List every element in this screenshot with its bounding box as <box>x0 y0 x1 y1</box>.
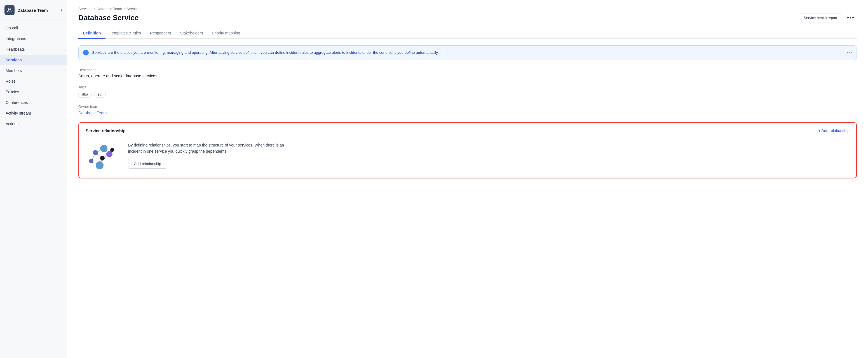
tab-definition[interactable]: Definition <box>79 28 105 39</box>
sidebar: Database Team ▾ On-call Integrations Hea… <box>0 0 67 358</box>
svg-point-15 <box>110 148 114 152</box>
description-section: Description Setup, operate and scale dat… <box>79 68 857 78</box>
network-graph <box>86 139 119 172</box>
sidebar-item-conferences[interactable]: Conferences <box>0 97 67 108</box>
sidebar-item-label: On-call <box>6 26 18 30</box>
svg-point-9 <box>93 150 98 155</box>
sidebar-item-label: Integrations <box>6 36 26 41</box>
service-relationship-box: Service relationship + Add relationship <box>79 122 857 178</box>
svg-point-12 <box>100 156 105 161</box>
more-options-button[interactable]: ••• <box>845 13 857 22</box>
tags-container: dba sql <box>79 91 857 98</box>
sidebar-item-label: Members <box>6 68 22 73</box>
svg-point-14 <box>96 161 103 169</box>
tab-priority-mapping[interactable]: Priority mapping <box>207 28 245 39</box>
tag-dba[interactable]: dba <box>79 91 92 98</box>
svg-point-10 <box>100 145 107 152</box>
sidebar-item-label: Activity stream <box>6 111 31 115</box>
breadcrumb: Services / Database Team / Services <box>79 7 857 11</box>
svg-point-13 <box>106 151 113 157</box>
tag-sql[interactable]: sql <box>94 91 106 98</box>
sidebar-item-label: Conferences <box>6 100 28 105</box>
tab-templates-rules[interactable]: Templates & rules <box>105 28 146 39</box>
owner-team-link[interactable]: Database Team <box>79 111 106 115</box>
relationship-text-area: By defining relationships, you start to … <box>128 142 285 169</box>
tags-label: Tags <box>79 85 857 89</box>
relationship-content: By defining relationships, you start to … <box>86 139 849 172</box>
sidebar-nav: On-call Integrations Heartbeats Services… <box>0 21 67 358</box>
info-icon: i <box>83 50 89 55</box>
relationship-title: Service relationship <box>86 128 126 133</box>
owner-section: Owner team Database Team <box>79 105 857 115</box>
description-value: Setup, operate and scale database servic… <box>79 74 857 78</box>
sidebar-item-roles[interactable]: Roles <box>0 76 67 87</box>
breadcrumb-separator: / <box>124 7 125 11</box>
tags-section: Tags dba sql <box>79 85 857 98</box>
relationship-header: Service relationship + Add relationship <box>86 128 849 133</box>
breadcrumb-item-services[interactable]: Services <box>79 7 92 11</box>
owner-label: Owner team <box>79 105 857 109</box>
tab-responders[interactable]: Responders <box>146 28 176 39</box>
team-name: Database Team <box>17 8 58 12</box>
info-banner-text: Services are the entities you are monito… <box>92 50 439 56</box>
page-title: Database Service <box>79 13 138 22</box>
info-banner: i Services are the entities you are moni… <box>79 45 857 60</box>
breadcrumb-item-team[interactable]: Database Team <box>96 7 122 11</box>
sidebar-item-actions[interactable]: Actions <box>0 118 67 129</box>
relationship-description: By defining relationships, you start to … <box>128 142 285 155</box>
sidebar-item-label: Actions <box>6 121 19 126</box>
main-content: Services / Database Team / Services Data… <box>67 0 868 358</box>
sidebar-item-members[interactable]: Members <box>0 65 67 76</box>
svg-point-1 <box>9 8 11 10</box>
add-relationship-header-button[interactable]: + Add relationship <box>818 128 849 133</box>
sidebar-item-label: Policies <box>6 90 19 94</box>
sidebar-item-services[interactable]: Services <box>0 55 67 65</box>
svg-point-11 <box>89 159 93 163</box>
chevron-down-icon: ▾ <box>61 8 62 12</box>
tab-stakeholders[interactable]: Stakeholders <box>176 28 207 39</box>
health-report-button[interactable]: Service health report <box>799 13 842 22</box>
sidebar-item-heartbeats[interactable]: Heartbeats <box>0 44 67 55</box>
sidebar-item-policies[interactable]: Policies <box>0 87 67 97</box>
svg-point-0 <box>8 8 9 10</box>
header-actions: Service health report ••• <box>799 13 857 22</box>
sidebar-item-label: Roles <box>6 79 16 83</box>
page-header: Database Service Service health report •… <box>79 13 857 22</box>
sidebar-item-integrations[interactable]: Integrations <box>0 33 67 44</box>
tabs: Definition Templates & rules Responders … <box>79 28 857 39</box>
description-label: Description <box>79 68 857 72</box>
breadcrumb-separator: / <box>94 7 95 11</box>
sidebar-item-on-call[interactable]: On-call <box>0 23 67 33</box>
banner-more-icon[interactable]: ··· <box>847 50 852 55</box>
sidebar-item-activity-stream[interactable]: Activity stream <box>0 108 67 118</box>
breadcrumb-item-services2[interactable]: Services <box>126 7 141 11</box>
sidebar-item-label: Heartbeats <box>6 47 25 52</box>
sidebar-header[interactable]: Database Team ▾ <box>0 0 67 21</box>
sidebar-item-label: Services <box>6 58 22 62</box>
team-logo-icon <box>4 5 14 15</box>
add-relationship-button[interactable]: Add relationship <box>128 159 167 169</box>
